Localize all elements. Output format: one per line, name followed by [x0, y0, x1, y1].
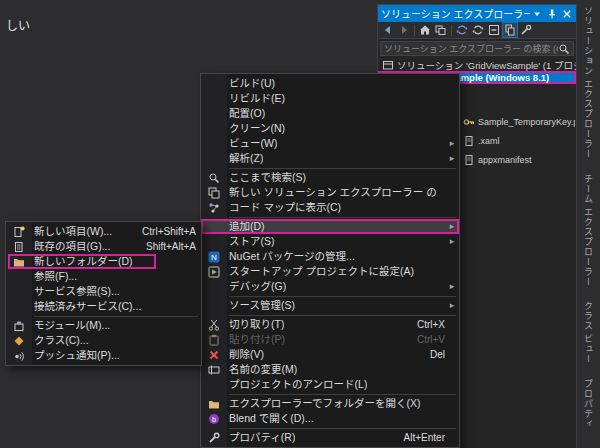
menu-item-label: 貼り付け(P) — [227, 332, 285, 347]
sync-icon[interactable] — [455, 23, 469, 37]
tree-item-partial[interactable]: .xaml — [463, 134, 575, 147]
new-view-icon — [201, 185, 227, 200]
menu-item-analyze[interactable]: 解析(Z)▸ — [201, 151, 459, 166]
menu-item-label: スタートアップ プロジェクトに設定(A) — [227, 264, 414, 279]
show-all-files-icon[interactable] — [503, 23, 517, 37]
back-icon[interactable] — [381, 23, 395, 37]
solution-explorer-toolbar — [378, 22, 576, 39]
menu-item-module[interactable]: モジュール(M)... — [6, 318, 201, 333]
toolbar-separator — [414, 25, 415, 36]
tree-item-label: Sample_TemporaryKey.pfx — [478, 117, 575, 127]
refresh-icon[interactable] — [471, 23, 485, 37]
close-icon[interactable] — [560, 7, 573, 20]
menu-item-label: デバッグ(G) — [227, 279, 286, 294]
menu-gutter — [6, 269, 32, 284]
menu-item-new-solution-explorer-view[interactable]: 新しい ソリューション エクスプローラー のビュー(N) — [201, 185, 459, 200]
menu-item-open-folder-in-explorer[interactable]: エクスプローラーでフォルダーを開く(X) — [201, 396, 459, 411]
menu-item-label: エクスプローラーでフォルダーを開く(X) — [227, 396, 421, 411]
menu-item-cut[interactable]: 切り取り(T)Ctrl+X — [201, 317, 459, 332]
side-tab-0[interactable]: ソリューション エクスプローラー — [582, 6, 595, 160]
switch-views-icon[interactable] — [434, 23, 448, 37]
menu-item-manage-nuget-packages[interactable]: NNuGet パッケージの管理... — [201, 249, 459, 264]
tree-item-solution[interactable]: ソリューション 'GridViewSample' (1 プロジェクト) — [378, 58, 576, 71]
menu-item-delete[interactable]: 削除(V)Del — [201, 347, 459, 362]
solution-explorer-titlebar[interactable]: ソリューション エクスプローラー — [378, 5, 576, 22]
svg-text:N: N — [211, 253, 217, 262]
menu-item-reference[interactable]: 参照(F)... — [6, 269, 201, 284]
menu-item-rebuild[interactable]: リビルド(E) — [201, 91, 459, 106]
rename-icon — [201, 362, 227, 377]
search-box[interactable]: ソリューション エクスプローラー の検索 (Ctrl+;) — [380, 41, 574, 56]
menu-gutter — [201, 91, 227, 106]
tree-item-label: ソリューション 'GridViewSample' (1 プロジェクト) — [397, 58, 576, 71]
pin-icon[interactable] — [545, 7, 558, 20]
home-icon[interactable] — [418, 23, 432, 37]
menu-item-view[interactable]: ビュー(W)▸ — [201, 136, 459, 151]
code-map-icon — [201, 200, 227, 215]
search-icon[interactable] — [558, 43, 570, 55]
explorer-icon — [201, 396, 227, 411]
menu-item-paste[interactable]: 貼り付け(P)Ctrl+V — [201, 332, 459, 347]
submenu-arrow-icon: ▸ — [445, 136, 459, 151]
menu-item-open-in-blend[interactable]: bBlend で開く(D)... — [201, 411, 459, 426]
menu-gutter — [201, 234, 227, 249]
side-tab-1[interactable]: チーム エクスプローラー — [582, 174, 595, 288]
chevron-down-icon[interactable] — [530, 7, 543, 20]
menu-item-connected-service[interactable]: 接続済みサービス(C)... — [6, 299, 201, 314]
menu-gutter — [201, 219, 227, 234]
menu-gutter — [201, 121, 227, 136]
menu-item-set-as-startup-project[interactable]: スタートアップ プロジェクトに設定(A) — [201, 264, 459, 279]
menu-item-label: NuGet パッケージの管理... — [227, 249, 355, 264]
menu-item-class[interactable]: クラス(C)... — [6, 333, 201, 348]
menu-item-build[interactable]: ビルド(U) — [201, 76, 459, 91]
submenu-arrow-icon: ▸ — [445, 298, 459, 313]
class-icon — [6, 333, 32, 348]
doc-icon — [463, 154, 475, 166]
menu-item-add[interactable]: 追加(D)▸ — [201, 219, 459, 234]
menu-item-label: 配置(O) — [227, 106, 265, 121]
forward-icon[interactable] — [397, 23, 411, 37]
menu-item-deploy[interactable]: 配置(O) — [201, 106, 459, 121]
tree-item-label: .xaml — [478, 136, 500, 146]
menu-item-new-item[interactable]: 新しい項目(W)...Ctrl+Shift+A — [6, 224, 201, 239]
add-submenu: 新しい項目(W)...Ctrl+Shift+A既存の項目(G)...Shift+… — [5, 221, 202, 366]
submenu-arrow-icon: ▸ — [445, 279, 459, 294]
properties-icon[interactable] — [519, 23, 533, 37]
menu-item-push-notification[interactable]: プッシュ通知(P)... — [6, 348, 201, 363]
menu-item-existing-item[interactable]: 既存の項目(G)...Shift+Alt+A — [6, 239, 201, 254]
menu-item-label: 参照(F)... — [32, 269, 77, 284]
menu-gutter — [6, 299, 32, 314]
submenu-arrow-icon: ▸ — [445, 151, 459, 166]
menu-item-show-on-code-map[interactable]: コード マップに表示(C) — [201, 200, 459, 215]
new-item-icon — [6, 224, 32, 239]
menu-item-store[interactable]: ストア(S)▸ — [201, 234, 459, 249]
menu-item-debug[interactable]: デバッグ(G)▸ — [201, 279, 459, 294]
titlebar-icon-group — [530, 7, 573, 20]
menu-gutter — [201, 106, 227, 121]
tree-item-partial[interactable]: appxmanifest — [463, 153, 575, 166]
tree-item-partial[interactable]: Sample_TemporaryKey.pfx — [463, 115, 575, 128]
menu-item-label: ビルド(U) — [227, 76, 275, 91]
side-tab-3[interactable]: プロパティ — [582, 379, 595, 429]
menu-item-new-folder[interactable]: 新しいフォルダー(D) — [6, 254, 201, 269]
menu-item-source-control[interactable]: ソース管理(S)▸ — [201, 298, 459, 313]
menu-item-unload-project[interactable]: プロジェクトのアンロード(L) — [201, 377, 459, 392]
menu-item-label: 既存の項目(G)... — [32, 239, 110, 254]
menu-item-properties[interactable]: プロパティ(R)Alt+Enter — [201, 430, 459, 445]
menu-item-label: ここまで検索(S) — [227, 170, 306, 185]
menu-item-clean[interactable]: クリーン(N) — [201, 121, 459, 136]
side-tab-2[interactable]: クラス ビュー — [582, 301, 595, 365]
menu-item-label: 解析(Z) — [227, 151, 263, 166]
menu-item-label: 接続済みサービス(C)... — [32, 299, 141, 314]
menu-item-scope-to-this[interactable]: ここまで検索(S) — [201, 170, 459, 185]
menu-gutter — [201, 279, 227, 294]
menu-item-label: プロジェクトのアンロード(L) — [227, 377, 367, 392]
menu-gutter — [201, 76, 227, 91]
menu-item-label: 追加(D) — [227, 219, 265, 234]
collapse-all-icon[interactable] — [487, 23, 501, 37]
menu-item-rename[interactable]: 名前の変更(M) — [201, 362, 459, 377]
menu-item-shortcut: Ctrl+Shift+A — [134, 224, 196, 239]
paste-icon — [201, 332, 227, 347]
menu-item-service-reference[interactable]: サービス参照(S)... — [6, 284, 201, 299]
menu-item-label: リビルド(E) — [227, 91, 285, 106]
